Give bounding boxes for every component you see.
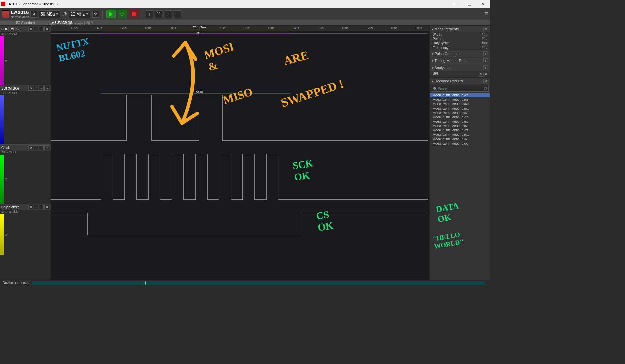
channel-0-name: SDO (MOSI): [1, 27, 21, 31]
close-button[interactable]: ✕: [476, 0, 489, 8]
channel-2-name: Clock: [1, 146, 10, 150]
waveform-miso: 0x48: [51, 90, 429, 149]
stop-capture-button[interactable]: [129, 10, 139, 18]
analyzer-spi[interactable]: SPI: [433, 72, 438, 77]
zoom-fit-button[interactable]: ⛶: [155, 10, 162, 18]
text-cursor-tool[interactable]: T: [146, 10, 153, 18]
capture-progress[interactable]: [32, 281, 485, 285]
sample-rate-combo[interactable]: 50 MSa: [39, 10, 60, 18]
right-panel: Measurements⚙ Width:### Period:### DutyC…: [429, 26, 490, 280]
decoded-row[interactable]: MOSI: 0xFF; MISO: 0x00: [430, 141, 490, 146]
config-button[interactable]: ⚙: [92, 11, 99, 18]
waveform-view[interactable]: 701.47ms +5us+6us+7us+8us+9us+1us+2us+3u…: [51, 26, 429, 280]
plus-icon[interactable]: +: [483, 65, 488, 70]
status-text: Device connected: [3, 281, 30, 285]
device-icon: [2, 10, 9, 18]
window-title: LA2016 Connected - KingstVIS: [7, 2, 58, 6]
channel-1-name: SDI (MISO): [1, 87, 19, 90]
waveform-clock: [51, 149, 429, 208]
decoded-row[interactable]: MOSI: 0xFF; MISO: 0x6C: [430, 132, 490, 137]
annotation-hello-world: "HELLO WORLD": [432, 230, 465, 251]
decoded-results-list[interactable]: MOSI: 0xFF; MISO: 0x48MOSI: 0xFF; MISO: …: [430, 93, 490, 146]
decoded-header[interactable]: Decoded Results: [432, 79, 463, 83]
analyzers-header[interactable]: Analyzers: [432, 66, 451, 70]
measurements-header[interactable]: Measurements: [432, 27, 459, 31]
at-label: @: [62, 11, 67, 17]
decoded-row[interactable]: MOSI: 0xFF; MISO: 0x6F: [430, 124, 490, 128]
chevron-down-icon: [56, 13, 59, 15]
svg-text:0x48: 0x48: [196, 90, 203, 93]
zoom-out-button[interactable]: －: [174, 10, 181, 18]
device-mode: Normal Mode: [11, 15, 29, 19]
decoded-row[interactable]: MOSI: 0xFF; MISO: 0x65: [430, 97, 490, 102]
io-standard-label[interactable]: I/O Standard: [0, 21, 51, 25]
decoded-row[interactable]: MOSI: 0xFF; MISO: 0x6C: [430, 106, 490, 111]
decoded-row[interactable]: MOSI: 0xFF; MISO: 0x6F: [430, 111, 490, 115]
svg-text:0xFF: 0xFF: [196, 31, 203, 35]
ch-arrow-icon[interactable]: ↔: [39, 27, 44, 31]
ch-trigger-icon[interactable]: ⨡: [34, 27, 38, 31]
plus-icon[interactable]: +: [483, 58, 488, 63]
channel-panel: SDO (MOSI) ⚙⨡↔✕ SPI - MOSI 0 SDI (MISO) …: [0, 26, 51, 280]
gear-icon[interactable]: ⚙: [483, 27, 488, 31]
device-settings-button[interactable]: ⚙: [30, 11, 37, 18]
zoom-in-button[interactable]: ＋: [165, 10, 172, 18]
search-input[interactable]: 🔍 Search12: [431, 86, 489, 92]
toolbar: LA2016 Normal Mode ⚙ 50 MSa @ 20 MHz ⚙ ⟳…: [0, 8, 490, 20]
decoded-row[interactable]: MOSI: 0xFF; MISO: 0x64: [430, 137, 490, 141]
svg-rect-3: [101, 90, 290, 93]
plus-icon[interactable]: +: [483, 51, 488, 56]
chevron-down-icon: [86, 13, 89, 15]
channel-3-protocol: SPI - Enable: [0, 210, 51, 214]
decoded-row[interactable]: MOSI: 0xFF; MISO: 0x20: [430, 115, 490, 119]
timing-markers-header[interactable]: Timing Marker Pairs: [432, 59, 468, 63]
annotation-data-ok: DATA OK: [435, 201, 462, 224]
minimize-button[interactable]: —: [449, 0, 463, 8]
device-name: LA2016: [11, 9, 29, 15]
ch-close-icon[interactable]: ✕: [44, 27, 49, 31]
statusbar: Device connected: [0, 280, 490, 285]
gear-icon[interactable]: ⚙: [483, 79, 488, 83]
ch-settings-icon[interactable]: ⚙: [28, 27, 33, 31]
menu-button[interactable]: ≡: [484, 10, 488, 18]
channel-0-protocol: SPI - MOSI: [0, 32, 51, 36]
start-capture-button[interactable]: [106, 10, 116, 18]
pulse-counters-header[interactable]: Pulse Counters: [432, 52, 460, 56]
decoded-row[interactable]: MOSI: 0xFF; MISO: 0x72: [430, 128, 490, 132]
channel-1-protocol: SPI - MISO: [0, 91, 51, 95]
loop-capture-button[interactable]: ⟳: [118, 10, 127, 18]
decoded-row[interactable]: MOSI: 0xFF; MISO: 0x48: [430, 93, 490, 97]
maximize-button[interactable]: ▢: [463, 0, 476, 8]
titlebar: LA2016 Connected - KingstVIS — ▢ ✕: [0, 0, 490, 8]
timeline-center: 701.47ms: [192, 26, 207, 29]
waveform-mosi: 0xFF: [51, 31, 429, 90]
decoded-row[interactable]: MOSI: 0xFF; MISO: 0x57: [430, 119, 490, 124]
decoded-row[interactable]: MOSI: 0xFF; MISO: 0x6C: [430, 102, 490, 106]
waveform-cs: [51, 208, 429, 259]
channel-2-protocol: SPI - Clock: [0, 151, 51, 155]
timeline[interactable]: 701.47ms +5us+6us+7us+8us+9us+1us+2us+3u…: [51, 26, 429, 31]
channel-3-name: Chip Select: [1, 205, 19, 209]
bandwidth-combo[interactable]: 20 MHz: [69, 10, 90, 18]
app-logo-icon: [1, 2, 5, 6]
